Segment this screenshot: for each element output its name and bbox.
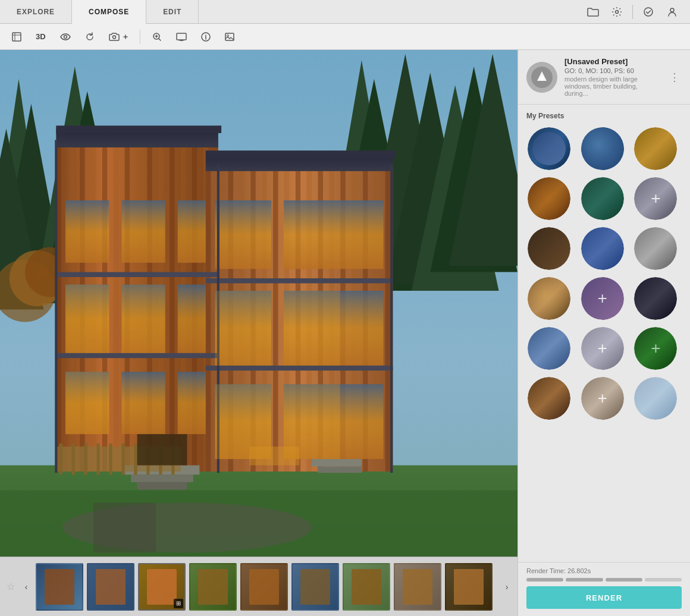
thumbnail-9[interactable] (445, 563, 493, 611)
info-btn[interactable] (196, 27, 215, 46)
main-content: ☆ ‹ ⊞ (0, 50, 690, 616)
preset-item-1[interactable] (526, 126, 572, 171)
preset-item-8[interactable] (580, 226, 625, 271)
eye-btn[interactable] (55, 27, 76, 46)
nav-right-icons (585, 4, 690, 20)
image-gallery-btn[interactable] (220, 27, 239, 46)
folder-icon[interactable] (585, 4, 601, 20)
preset-item-11[interactable]: + (580, 276, 625, 321)
canvas-area: ☆ ‹ ⊞ (0, 50, 518, 616)
view-3d-btn[interactable]: 3D (31, 27, 51, 46)
preset-header: [Unsaved Preset] GO: 0, MO: 100, PS: 60 … (518, 50, 690, 105)
preset-item-17[interactable]: + (580, 376, 625, 421)
preset-title: [Unsaved Preset] (564, 57, 660, 66)
nav-divider (632, 5, 633, 19)
render-button[interactable]: RENDER (526, 586, 682, 609)
thumbnail-8[interactable] (394, 563, 441, 611)
progress-bar-4 (645, 578, 682, 582)
preset-item-10[interactable] (526, 276, 572, 321)
preset-item-15[interactable]: + (633, 326, 678, 371)
render-time: Render Time: 26.802s (526, 567, 682, 574)
thumbnail-2[interactable] (87, 563, 134, 611)
preset-meta: GO: 0, MO: 100, PS: 60 (564, 67, 660, 74)
progress-bar-3 (606, 578, 642, 582)
preset-more-btn[interactable]: ⋮ (667, 70, 682, 84)
right-panel: [Unsaved Preset] GO: 0, MO: 100, PS: 60 … (518, 50, 690, 616)
prev-thumbnail-btn[interactable]: ‹ (20, 581, 32, 593)
thumbnail-4[interactable] (189, 563, 237, 611)
nav-tab-edit[interactable]: EDIT (146, 0, 199, 24)
camera-btn[interactable] (104, 27, 133, 46)
preset-item-9[interactable] (633, 226, 678, 271)
progress-bar-2 (566, 578, 603, 582)
preset-item-6[interactable]: + (633, 176, 678, 221)
thumbnail-3[interactable]: ⊞ (138, 563, 186, 611)
svg-rect-9 (225, 33, 234, 40)
presets-grid: + (526, 126, 682, 421)
preset-avatar (526, 62, 557, 93)
check-icon[interactable] (640, 4, 657, 20)
preset-item-14[interactable]: + (580, 326, 625, 371)
svg-point-2 (670, 8, 674, 12)
refresh-btn[interactable] (80, 27, 99, 46)
svg-point-10 (227, 34, 228, 36)
building-image (0, 50, 518, 557)
toolbar: 3D (0, 24, 690, 50)
preset-info: [Unsaved Preset] GO: 0, MO: 100, PS: 60 … (564, 57, 660, 97)
user-icon[interactable] (664, 4, 680, 20)
monitor-btn[interactable] (171, 27, 192, 46)
render-progress-bars (526, 578, 682, 582)
nav-tab-compose[interactable]: COMPOSE (72, 0, 146, 24)
settings-icon[interactable] (609, 4, 625, 20)
my-presets-label: My Presets (526, 112, 682, 120)
preset-item-5[interactable] (580, 176, 625, 221)
svg-rect-118 (0, 50, 518, 557)
svg-point-120 (540, 76, 544, 81)
thumbnail-5[interactable] (240, 563, 288, 611)
preset-item-18[interactable] (633, 376, 678, 421)
thumbnail-1[interactable] (36, 563, 83, 611)
svg-rect-3 (12, 33, 21, 41)
preset-item-4[interactable] (526, 176, 572, 221)
svg-rect-7 (177, 33, 186, 40)
preset-item-12[interactable] (633, 276, 678, 321)
svg-point-1 (644, 8, 653, 16)
thumbnail-6[interactable] (291, 563, 339, 611)
preset-item-16[interactable] (526, 376, 572, 421)
thumbnail-7[interactable] (343, 563, 390, 611)
svg-point-4 (64, 35, 67, 38)
preset-item-2[interactable] (580, 126, 625, 171)
zoom-btn[interactable] (148, 27, 167, 46)
next-thumbnail-btn[interactable]: › (501, 581, 513, 593)
progress-bar-1 (526, 578, 563, 582)
thumbnail-strip: ☆ ‹ ⊞ (0, 557, 518, 616)
svg-point-5 (112, 36, 115, 39)
preset-item-7[interactable] (526, 226, 572, 271)
toolbar-separator-1 (140, 30, 140, 44)
canvas-viewport[interactable] (0, 50, 518, 557)
svg-point-0 (616, 10, 619, 13)
nav-tab-explore[interactable]: EXPLORE (0, 0, 72, 24)
frame-toggle-btn[interactable] (7, 27, 26, 46)
render-panel: Render Time: 26.802s RENDER (518, 562, 690, 616)
top-navigation: EXPLORE COMPOSE EDIT (0, 0, 690, 24)
thumbnail-badge: ⊞ (174, 599, 183, 608)
favorite-icon[interactable]: ☆ (5, 581, 17, 593)
preset-item-3[interactable] (633, 126, 678, 171)
preset-item-13[interactable] (526, 326, 572, 371)
presets-section: My Presets (518, 105, 690, 562)
preset-description: modern design with large windows, timber… (564, 76, 660, 97)
